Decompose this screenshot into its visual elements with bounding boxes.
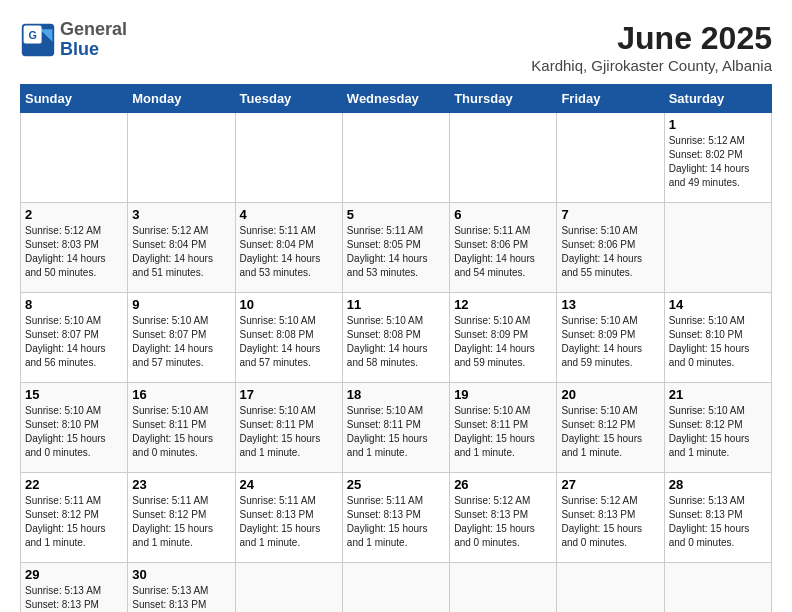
day-number: 15: [25, 387, 123, 402]
day-number: 22: [25, 477, 123, 492]
day-number: 5: [347, 207, 445, 222]
logo-blue-text: Blue: [60, 40, 127, 60]
day-number: 20: [561, 387, 659, 402]
column-header-monday: Monday: [128, 85, 235, 113]
empty-cell: [450, 563, 557, 613]
calendar-day-16: 16Sunrise: 5:10 AMSunset: 8:11 PMDayligh…: [128, 383, 235, 473]
day-info: Sunrise: 5:10 AMSunset: 8:09 PMDaylight:…: [561, 315, 642, 368]
day-info: Sunrise: 5:10 AMSunset: 8:07 PMDaylight:…: [25, 315, 106, 368]
month-title: June 2025: [531, 20, 772, 57]
column-header-tuesday: Tuesday: [235, 85, 342, 113]
empty-cell: [235, 113, 342, 203]
day-number: 29: [25, 567, 123, 582]
calendar-day-27: 27Sunrise: 5:12 AMSunset: 8:13 PMDayligh…: [557, 473, 664, 563]
calendar-day-6: 6Sunrise: 5:11 AMSunset: 8:06 PMDaylight…: [450, 203, 557, 293]
logo: G General Blue: [20, 20, 127, 60]
day-info: Sunrise: 5:12 AMSunset: 8:03 PMDaylight:…: [25, 225, 106, 278]
calendar-day-23: 23Sunrise: 5:11 AMSunset: 8:12 PMDayligh…: [128, 473, 235, 563]
day-info: Sunrise: 5:10 AMSunset: 8:12 PMDaylight:…: [561, 405, 642, 458]
day-info: Sunrise: 5:10 AMSunset: 8:10 PMDaylight:…: [669, 315, 750, 368]
calendar-day-13: 13Sunrise: 5:10 AMSunset: 8:09 PMDayligh…: [557, 293, 664, 383]
day-number: 11: [347, 297, 445, 312]
day-number: 26: [454, 477, 552, 492]
day-number: 24: [240, 477, 338, 492]
day-info: Sunrise: 5:11 AMSunset: 8:04 PMDaylight:…: [240, 225, 321, 278]
empty-cell: [21, 113, 128, 203]
calendar-day-15: 15Sunrise: 5:10 AMSunset: 8:10 PMDayligh…: [21, 383, 128, 473]
day-number: 19: [454, 387, 552, 402]
page-header: G General Blue June 2025 Kardhiq, Gjirok…: [20, 20, 772, 74]
day-info: Sunrise: 5:13 AMSunset: 8:13 PMDaylight:…: [132, 585, 213, 612]
calendar-day-20: 20Sunrise: 5:10 AMSunset: 8:12 PMDayligh…: [557, 383, 664, 473]
calendar-day-22: 22Sunrise: 5:11 AMSunset: 8:12 PMDayligh…: [21, 473, 128, 563]
day-number: 1: [669, 117, 767, 132]
calendar-day-8: 8Sunrise: 5:10 AMSunset: 8:07 PMDaylight…: [21, 293, 128, 383]
day-number: 21: [669, 387, 767, 402]
day-info: Sunrise: 5:11 AMSunset: 8:12 PMDaylight:…: [132, 495, 213, 548]
empty-cell: [128, 113, 235, 203]
calendar-day-10: 10Sunrise: 5:10 AMSunset: 8:08 PMDayligh…: [235, 293, 342, 383]
day-number: 16: [132, 387, 230, 402]
location-title: Kardhiq, Gjirokaster County, Albania: [531, 57, 772, 74]
svg-text:G: G: [28, 29, 36, 41]
day-number: 27: [561, 477, 659, 492]
calendar-day-1: 1Sunrise: 5:12 AMSunset: 8:02 PMDaylight…: [664, 113, 771, 203]
logo-icon: G: [20, 22, 56, 58]
calendar-day-9: 9Sunrise: 5:10 AMSunset: 8:07 PMDaylight…: [128, 293, 235, 383]
day-number: 7: [561, 207, 659, 222]
calendar-week-2: 2Sunrise: 5:12 AMSunset: 8:03 PMDaylight…: [21, 203, 772, 293]
day-number: 25: [347, 477, 445, 492]
day-info: Sunrise: 5:11 AMSunset: 8:05 PMDaylight:…: [347, 225, 428, 278]
calendar-day-14: 14Sunrise: 5:10 AMSunset: 8:10 PMDayligh…: [664, 293, 771, 383]
day-number: 12: [454, 297, 552, 312]
calendar-week-3: 8Sunrise: 5:10 AMSunset: 8:07 PMDaylight…: [21, 293, 772, 383]
day-number: 14: [669, 297, 767, 312]
column-header-sunday: Sunday: [21, 85, 128, 113]
empty-cell: [342, 113, 449, 203]
calendar-header-row: SundayMondayTuesdayWednesdayThursdayFrid…: [21, 85, 772, 113]
day-info: Sunrise: 5:13 AMSunset: 8:13 PMDaylight:…: [25, 585, 106, 612]
day-number: 8: [25, 297, 123, 312]
empty-cell: [664, 563, 771, 613]
day-info: Sunrise: 5:12 AMSunset: 8:04 PMDaylight:…: [132, 225, 213, 278]
calendar-week-6: 29Sunrise: 5:13 AMSunset: 8:13 PMDayligh…: [21, 563, 772, 613]
calendar-week-4: 15Sunrise: 5:10 AMSunset: 8:10 PMDayligh…: [21, 383, 772, 473]
day-info: Sunrise: 5:11 AMSunset: 8:06 PMDaylight:…: [454, 225, 535, 278]
day-number: 13: [561, 297, 659, 312]
day-number: 30: [132, 567, 230, 582]
calendar-day-2: 2Sunrise: 5:12 AMSunset: 8:03 PMDaylight…: [21, 203, 128, 293]
day-number: 17: [240, 387, 338, 402]
column-header-thursday: Thursday: [450, 85, 557, 113]
day-info: Sunrise: 5:10 AMSunset: 8:08 PMDaylight:…: [240, 315, 321, 368]
day-number: 28: [669, 477, 767, 492]
day-number: 2: [25, 207, 123, 222]
calendar-day-24: 24Sunrise: 5:11 AMSunset: 8:13 PMDayligh…: [235, 473, 342, 563]
calendar-day-11: 11Sunrise: 5:10 AMSunset: 8:08 PMDayligh…: [342, 293, 449, 383]
column-header-wednesday: Wednesday: [342, 85, 449, 113]
calendar-day-25: 25Sunrise: 5:11 AMSunset: 8:13 PMDayligh…: [342, 473, 449, 563]
empty-cell: [450, 113, 557, 203]
day-info: Sunrise: 5:11 AMSunset: 8:13 PMDaylight:…: [347, 495, 428, 548]
day-info: Sunrise: 5:10 AMSunset: 8:11 PMDaylight:…: [347, 405, 428, 458]
title-block: June 2025 Kardhiq, Gjirokaster County, A…: [531, 20, 772, 74]
day-info: Sunrise: 5:12 AMSunset: 8:13 PMDaylight:…: [561, 495, 642, 548]
day-info: Sunrise: 5:10 AMSunset: 8:11 PMDaylight:…: [132, 405, 213, 458]
calendar-day-3: 3Sunrise: 5:12 AMSunset: 8:04 PMDaylight…: [128, 203, 235, 293]
day-info: Sunrise: 5:10 AMSunset: 8:11 PMDaylight:…: [240, 405, 321, 458]
empty-cell: [664, 203, 771, 293]
day-info: Sunrise: 5:10 AMSunset: 8:10 PMDaylight:…: [25, 405, 106, 458]
empty-cell: [557, 563, 664, 613]
calendar-day-26: 26Sunrise: 5:12 AMSunset: 8:13 PMDayligh…: [450, 473, 557, 563]
calendar-day-7: 7Sunrise: 5:10 AMSunset: 8:06 PMDaylight…: [557, 203, 664, 293]
calendar-day-29: 29Sunrise: 5:13 AMSunset: 8:13 PMDayligh…: [21, 563, 128, 613]
day-number: 10: [240, 297, 338, 312]
day-number: 23: [132, 477, 230, 492]
empty-cell: [557, 113, 664, 203]
day-info: Sunrise: 5:10 AMSunset: 8:12 PMDaylight:…: [669, 405, 750, 458]
day-number: 4: [240, 207, 338, 222]
column-header-friday: Friday: [557, 85, 664, 113]
day-info: Sunrise: 5:10 AMSunset: 8:11 PMDaylight:…: [454, 405, 535, 458]
calendar-day-30: 30Sunrise: 5:13 AMSunset: 8:13 PMDayligh…: [128, 563, 235, 613]
calendar-day-4: 4Sunrise: 5:11 AMSunset: 8:04 PMDaylight…: [235, 203, 342, 293]
day-info: Sunrise: 5:11 AMSunset: 8:13 PMDaylight:…: [240, 495, 321, 548]
